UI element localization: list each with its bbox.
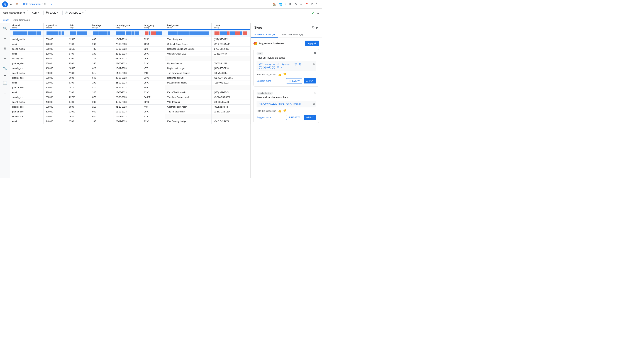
add-button[interactable]: + ADD ▾	[27, 10, 41, 15]
table-cell: Gasthaus zum Adler	[165, 104, 212, 109]
table-cell: 18-03-2023	[114, 90, 142, 95]
home-icon[interactable]: 🏠	[272, 2, 277, 6]
title-dropdown-icon[interactable]: ▾	[24, 11, 25, 15]
table-cell: 85000	[44, 61, 67, 66]
col-phone[interactable]: phone string	[212, 23, 250, 29]
standardization-rating-label: Rate this suggestion:	[256, 110, 276, 112]
table-cell: 170000	[44, 85, 67, 90]
expand-collapse-icon[interactable]: ⇅	[316, 11, 319, 15]
standardization-card-close-button[interactable]: ✕	[314, 91, 316, 94]
tab-suggestions[interactable]: SUGGESTIONS (3)	[250, 32, 278, 37]
table-row: display_ads340500420017503-08-202326°C	[10, 56, 250, 61]
sidebar-circle-icon[interactable]: ◎	[2, 45, 8, 52]
pin-icon[interactable]: 📍	[304, 2, 309, 6]
save-button[interactable]: 💾 SAVE ▾	[44, 10, 60, 15]
standardization-preview-button[interactable]: PREVIEW	[286, 115, 302, 120]
table-body: social_media5600001250048515-07-201382°F…	[10, 37, 250, 124]
sidebar-wrench-icon[interactable]: 🔧	[2, 65, 8, 72]
tab-home[interactable]: 🏠	[14, 0, 20, 8]
tab-data-preparation[interactable]: Data preparation ▾ ✕	[21, 0, 48, 8]
breadcrumb-graph[interactable]: Graph	[3, 18, 9, 21]
filter-card-close-button[interactable]: ✕	[314, 51, 316, 55]
table-cell: 280000	[44, 71, 67, 75]
col-bookings[interactable]: bookings integer	[90, 23, 114, 29]
table-row: search_ads4500001640062015-08-202332°C	[10, 114, 250, 119]
app-logo[interactable]: Q	[2, 1, 8, 7]
table-cell: (416)-555-3210	[212, 66, 250, 71]
standardization-thumbup-icon[interactable]: 👍	[278, 109, 282, 113]
sidebar-search-icon[interactable]: 🔍	[2, 25, 8, 32]
standardization-apply-button[interactable]: APPLY	[304, 115, 316, 120]
table-cell: 4200	[67, 56, 90, 61]
col-hotel-name[interactable]: hotel_name string	[165, 23, 212, 29]
grid-icon[interactable]: ⊞	[288, 2, 292, 6]
filter-thumbdown-icon[interactable]: 👎	[283, 73, 286, 76]
col-impressions[interactable]: impressions integer	[44, 23, 67, 29]
app-title: data preparation ▾	[3, 11, 25, 15]
steps-expand-icon[interactable]: ▶	[316, 25, 318, 29]
table-cell: social_media	[10, 37, 44, 42]
window-icon[interactable]: ⧉	[311, 2, 314, 6]
col-local-temp[interactable]: local_temp string	[142, 23, 165, 29]
table-cell: 9°C	[142, 71, 165, 75]
settings-icon[interactable]: ⚙	[294, 2, 298, 6]
table-cell: 6300	[67, 80, 90, 85]
table-cell: 410	[90, 85, 114, 90]
filter-apply-button[interactable]: APPLY	[304, 78, 316, 83]
standardization-thumbdown-icon[interactable]: 👎	[283, 109, 286, 113]
dist-campaign-date	[114, 30, 142, 37]
table-cell: 610000	[44, 75, 67, 80]
tab-close-icon[interactable]: ✕	[44, 3, 46, 5]
chevron-down-icon[interactable]: ⌄	[299, 2, 303, 6]
sidebar-layers-icon[interactable]: ↔	[2, 35, 8, 42]
table-cell: display_ads	[10, 56, 44, 61]
tab-applied-steps[interactable]: APPLIED STEPS(1)	[278, 32, 306, 37]
sidebar-barchart-icon[interactable]: 📊	[2, 79, 8, 86]
table-cell: 8700	[67, 51, 90, 56]
table-row: partner_site6700003200094012-02-202328°C…	[10, 109, 250, 114]
filter-thumbup-icon[interactable]: 👍	[278, 73, 282, 76]
info-icon[interactable]: ℹ	[284, 2, 287, 6]
table-cell: 10-11-2023	[114, 66, 142, 71]
schedule-button[interactable]: 🕐 SCHEDULE ▾	[62, 10, 86, 15]
col-campaign-date[interactable]: campaign_date string	[114, 23, 142, 29]
col-channel[interactable]: channel string	[10, 23, 44, 29]
data-area[interactable]: channel string impressions integer click…	[10, 23, 250, 178]
table-cell: search_ads	[10, 66, 44, 71]
standardization-suggest-more-button[interactable]: Suggest more	[256, 115, 271, 120]
save-icon: 💾	[46, 11, 49, 14]
filter-preview-button[interactable]: PREVIEW	[286, 78, 302, 83]
steps-collapse-icon[interactable]: ⧉	[312, 25, 314, 29]
standardization-card-title: Standardize phone numbers	[256, 96, 316, 99]
second-bar-right: ✓ ⇅	[312, 11, 319, 15]
table-cell: Maple Leaf Lodge	[165, 66, 212, 71]
add-tab-button[interactable]: +▾	[49, 3, 55, 5]
table-cell: 12500	[67, 46, 90, 51]
table-cell: The Taj View Hotel	[165, 109, 212, 114]
more-button[interactable]: ⋮	[88, 10, 94, 16]
sidebar-table-icon[interactable]: ⊞	[2, 89, 8, 96]
add-dropdown-icon: ▾	[38, 12, 39, 14]
save-dropdown-icon: ▾	[57, 12, 58, 14]
sidebar-dot-indicator	[4, 75, 6, 76]
sidebar-list-icon[interactable]: ≡	[2, 55, 8, 62]
table-cell: 280	[90, 100, 114, 104]
steps-header-icons: ⧉ ▶	[312, 25, 318, 29]
fullscreen-icon[interactable]: ⛶	[316, 2, 320, 6]
apply-all-button[interactable]: Apply all	[305, 40, 319, 46]
table-cell: (212) 555-1212	[212, 37, 250, 42]
filter-suggest-more-button[interactable]: Suggest more	[256, 78, 271, 83]
table-cell: 9500	[67, 61, 90, 66]
filter-copy-icon[interactable]: ⧉	[313, 62, 315, 66]
table-cell: 18500	[67, 66, 90, 71]
tab-dropdown-icon[interactable]: ▾	[42, 3, 43, 5]
globe-icon[interactable]: 🌐	[278, 2, 283, 6]
table-cell: (089) 22 33 44	[212, 104, 250, 109]
dist-impressions	[44, 30, 67, 37]
expand-icon[interactable]: ▶	[9, 2, 12, 6]
standardization-copy-icon[interactable]: ⧉	[313, 102, 315, 106]
col-clicks[interactable]: clicks integer	[67, 23, 90, 29]
distribution-row	[10, 30, 250, 37]
table-cell: (11) 4002-8922	[212, 80, 250, 85]
table-cell: 185	[90, 119, 114, 124]
